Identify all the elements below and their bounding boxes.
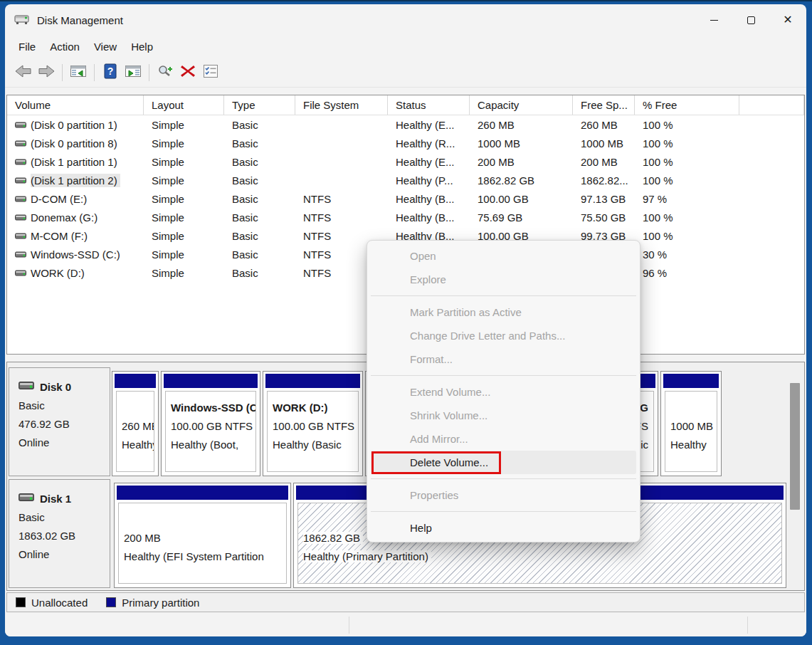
menu-item-delete-volume[interactable]: Delete Volume... — [371, 451, 636, 474]
column-header-status[interactable]: Status — [388, 95, 470, 115]
app-icon — [14, 14, 30, 26]
volume-cell: Basic — [224, 248, 295, 261]
column-header-type[interactable]: Type — [224, 95, 295, 115]
volume-name-cell: WORK (D:) — [7, 266, 144, 280]
volume-cell: Basic — [224, 267, 295, 279]
disk-status: Online — [19, 545, 110, 564]
menu-separator — [367, 291, 640, 300]
volume-cell: Simple — [144, 137, 224, 150]
volume-icon — [15, 177, 26, 184]
menu-help[interactable]: Help — [124, 38, 160, 56]
column-header-file-system[interactable]: File System — [295, 95, 388, 115]
help-button[interactable]: ? — [99, 62, 122, 83]
window-title: Disk Management — [37, 14, 123, 26]
volume-name-cell: (Disk 0 partition 1) — [7, 118, 144, 132]
volume-label: Windows-SSD (C:) — [31, 248, 123, 261]
action-pane-icon — [125, 64, 142, 80]
partition[interactable]: 200 MBHealthy (EFI System Partition — [114, 483, 291, 588]
disk-name: Disk 0 — [40, 378, 71, 397]
volume-label: Donemax (G:) — [31, 211, 100, 224]
context-menu: OpenExploreMark Partition as ActiveChang… — [367, 240, 640, 542]
partition[interactable]: 1000 MBHealthy — [660, 371, 722, 476]
legend-swatch — [106, 597, 116, 607]
partition-color-bar — [265, 374, 360, 388]
disk-header-1[interactable]: Disk 1Basic1863.02 GBOnline — [9, 479, 110, 588]
volume-row[interactable]: Donemax (G:)SimpleBasicNTFSHealthy (B...… — [7, 208, 804, 226]
volume-row[interactable]: (Disk 1 partition 2)SimpleBasicHealthy (… — [7, 171, 804, 189]
toolbar-separator — [149, 64, 149, 81]
volume-cell: Simple — [144, 193, 224, 205]
volume-cell: 1862.82 GB — [470, 174, 573, 187]
toolbar-separator — [62, 64, 63, 81]
menu-item-format: Format... — [371, 347, 636, 371]
maximize-button[interactable] — [732, 4, 769, 36]
partition[interactable]: WORK (D:)100.00 GB NTFSHealthy (Basic — [263, 371, 363, 476]
partition[interactable]: Windows-SSD (C:)100.00 GB NTFSHealthy (B… — [161, 371, 260, 476]
volume-cell: 100 % — [635, 119, 739, 131]
maximize-icon — [747, 16, 755, 24]
rescan-button[interactable] — [154, 62, 176, 83]
back-button[interactable] — [12, 62, 35, 83]
partition[interactable]: 260 MBHealthy ( — [112, 371, 159, 476]
volume-name-cell: Windows-SSD (C:) — [7, 248, 144, 261]
partition-text-line: Windows-SSD (C:) — [171, 399, 254, 417]
column-header-free-sp-[interactable]: Free Sp... — [573, 95, 635, 115]
delete-button[interactable] — [176, 62, 199, 83]
menu-item-open: Open — [371, 244, 636, 268]
volume-row[interactable]: (Disk 0 partition 8)SimpleBasicHealthy (… — [7, 134, 804, 152]
statusbar-divider — [349, 617, 349, 634]
back-arrow-icon — [15, 65, 32, 80]
volume-cell: 100 % — [635, 211, 739, 224]
show-console-tree-button[interactable] — [67, 62, 90, 83]
volume-cell: Basic — [224, 119, 295, 131]
volume-cell: Simple — [144, 211, 224, 224]
volume-label: WORK (D:) — [31, 266, 88, 280]
disk-type: Basic — [19, 508, 110, 527]
minimize-icon — [710, 20, 718, 21]
disk-size: 1863.02 GB — [19, 527, 110, 545]
menu-separator — [367, 474, 640, 483]
column-header-capacity[interactable]: Capacity — [470, 95, 573, 115]
checklist-icon — [203, 64, 218, 80]
properties-button[interactable] — [199, 62, 222, 83]
partition-info: 200 MBHealthy (EFI System Partition — [118, 503, 287, 584]
legend-label: Primary partition — [122, 597, 199, 609]
volume-cell: Healthy (R... — [388, 137, 470, 150]
volume-row[interactable]: (Disk 0 partition 1)SimpleBasicHealthy (… — [7, 115, 804, 134]
volume-cell: Healthy (E... — [388, 119, 470, 131]
volume-label: D-COM (E:) — [31, 192, 90, 206]
minimize-button[interactable] — [695, 4, 732, 36]
titlebar: Disk Management ✕ — [5, 4, 806, 36]
column-header--free[interactable]: % Free — [635, 95, 739, 115]
menu-item-help[interactable]: Help — [371, 516, 636, 540]
volume-cell: 260 MB — [573, 119, 635, 131]
menu-separator — [367, 371, 640, 380]
volume-name-cell: Donemax (G:) — [7, 211, 144, 224]
volume-cell: 100 % — [635, 137, 739, 150]
volume-cell: 96 % — [635, 267, 739, 279]
forward-arrow-icon — [38, 65, 55, 80]
partition-text-line: 1000 MB — [670, 417, 715, 436]
legend-label: Unallocated — [31, 597, 88, 609]
forward-button[interactable] — [35, 62, 58, 83]
volume-cell: 100 % — [635, 156, 739, 168]
close-button[interactable]: ✕ — [769, 4, 806, 36]
menu-item-explore: Explore — [371, 268, 636, 291]
menu-action[interactable]: Action — [43, 38, 87, 56]
show-action-pane-button[interactable] — [122, 62, 144, 83]
menu-item-add-mirror: Add Mirror... — [371, 427, 636, 451]
menu-file[interactable]: File — [11, 38, 43, 56]
legend-item: Unallocated — [16, 597, 88, 609]
volume-cell: Simple — [144, 267, 224, 279]
volume-icon — [15, 269, 26, 277]
menu-item-change-drive-letter-and-paths: Change Drive Letter and Paths... — [371, 324, 636, 347]
volume-cell: 75.69 GB — [470, 211, 573, 224]
column-header-layout[interactable]: Layout — [144, 95, 224, 115]
menu-view[interactable]: View — [87, 38, 124, 56]
column-header-volume[interactable]: Volume — [7, 95, 144, 115]
volume-row[interactable]: D-COM (E:)SimpleBasicNTFSHealthy (B...10… — [7, 189, 804, 208]
disk-header-0[interactable]: Disk 0Basic476.92 GBOnline — [9, 367, 110, 476]
volume-table-header: VolumeLayoutTypeFile SystemStatusCapacit… — [7, 95, 804, 115]
partition-text-line: Healthy (Primary Partition) — [303, 547, 780, 566]
volume-row[interactable]: (Disk 1 partition 1)SimpleBasicHealthy (… — [7, 152, 804, 171]
